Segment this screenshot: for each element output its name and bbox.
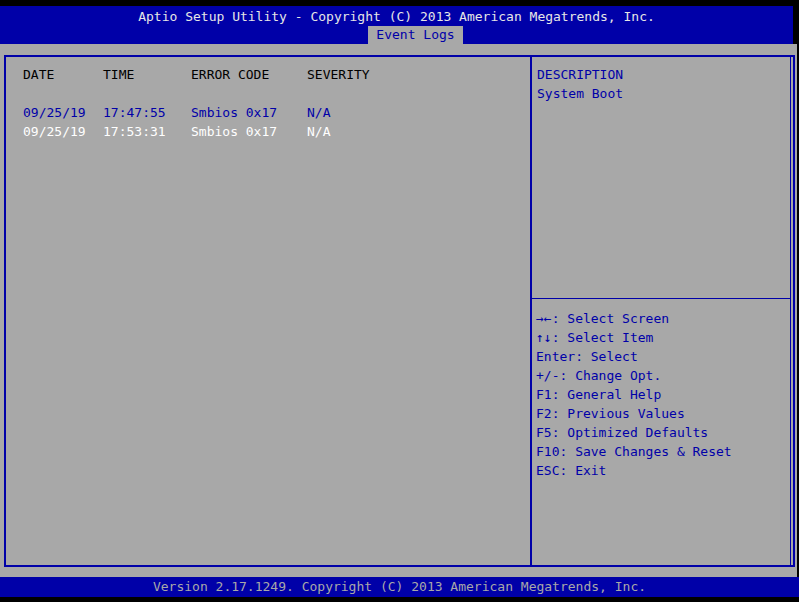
description-value: System Boot	[537, 84, 786, 103]
table-spacer	[23, 84, 530, 103]
event-date: 09/25/19	[23, 122, 103, 141]
tab-event-logs[interactable]: Event Logs	[368, 26, 463, 44]
sidebar-panel: DESCRIPTION System Boot →←: Select Scree…	[532, 57, 791, 565]
event-date: 09/25/19	[23, 103, 103, 122]
event-log-panel: DATE TIME ERROR CODE SEVERITY 09/25/19 1…	[6, 57, 530, 565]
help-key-f1-general-help: F1: General Help	[536, 385, 788, 404]
footer-bar: Version 2.17.1249. Copyright (C) 2013 Am…	[0, 577, 799, 597]
help-key-f10-save-reset: F10: Save Changes & Reset	[536, 442, 788, 461]
help-key-enter-select: Enter: Select	[536, 347, 788, 366]
help-key-f5-optimized-defaults: F5: Optimized Defaults	[536, 423, 788, 442]
column-header-error-code: ERROR CODE	[191, 65, 307, 84]
column-header-date: DATE	[23, 65, 103, 84]
help-divider	[532, 298, 790, 299]
help-key-select-screen: →←: Select Screen	[536, 309, 788, 328]
event-severity: N/A	[307, 103, 530, 122]
help-key-f2-previous-values: F2: Previous Values	[536, 404, 788, 423]
event-error-code: Smbios 0x17	[191, 103, 307, 122]
event-time: 17:53:31	[103, 122, 191, 141]
event-time: 17:47:55	[103, 103, 191, 122]
help-key-select-item: ↑↓: Select Item	[536, 328, 788, 347]
help-key-esc-exit: ESC: Exit	[536, 461, 788, 480]
help-key-change-opt: +/-: Change Opt.	[536, 366, 788, 385]
event-severity: N/A	[307, 122, 530, 141]
table-row[interactable]: 09/25/19 17:53:31 Smbios 0x17 N/A	[23, 122, 530, 141]
description-label: DESCRIPTION	[537, 65, 786, 84]
content-box: DATE TIME ERROR CODE SEVERITY 09/25/19 1…	[4, 55, 795, 567]
column-header-time: TIME	[103, 65, 191, 84]
description-panel: DESCRIPTION System Boot	[532, 57, 790, 298]
title-bar: Aptio Setup Utility - Copyright (C) 2013…	[0, 6, 793, 44]
table-row[interactable]: 09/25/19 17:47:55 Smbios 0x17 N/A	[23, 103, 530, 122]
event-error-code: Smbios 0x17	[191, 122, 307, 141]
table-header-row: DATE TIME ERROR CODE SEVERITY	[23, 65, 530, 84]
version-text: Version 2.17.1249. Copyright (C) 2013 Am…	[0, 577, 799, 597]
main-area: DATE TIME ERROR CODE SEVERITY 09/25/19 1…	[0, 44, 797, 577]
column-header-severity: SEVERITY	[307, 65, 530, 84]
app-title: Aptio Setup Utility - Copyright (C) 2013…	[0, 7, 793, 27]
help-keys-panel: →←: Select Screen ↑↓: Select Item Enter:…	[532, 309, 790, 565]
bios-screen: Aptio Setup Utility - Copyright (C) 2013…	[0, 0, 799, 602]
